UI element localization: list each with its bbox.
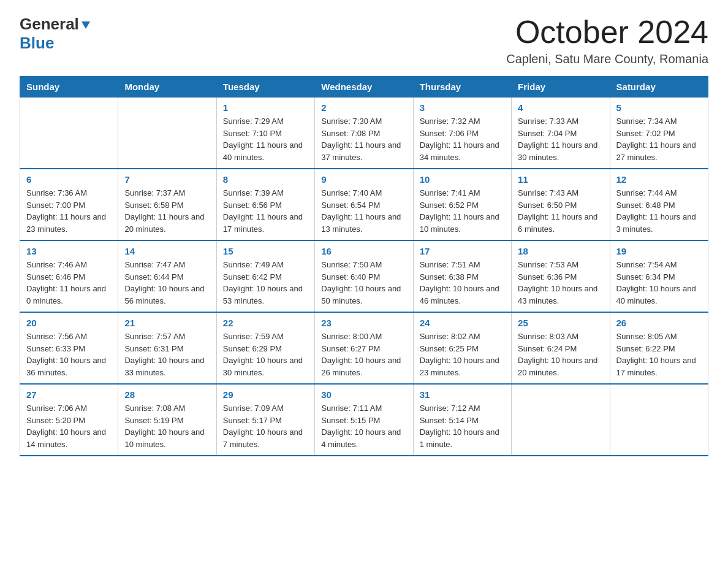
sunrise-text: Sunrise: 8:02 AM	[420, 331, 505, 343]
day-info: Sunrise: 7:44 AMSunset: 6:48 PMDaylight:…	[616, 187, 702, 235]
sunrise-text: Sunrise: 7:46 AM	[26, 259, 112, 271]
day-number: 27	[26, 389, 112, 400]
column-header-wednesday: Wednesday	[315, 77, 413, 98]
day-info: Sunrise: 7:41 AMSunset: 6:52 PMDaylight:…	[420, 187, 505, 235]
day-number: 31	[420, 389, 505, 400]
calendar-cell: 13Sunrise: 7:46 AMSunset: 6:46 PMDayligh…	[20, 240, 118, 312]
day-number: 14	[124, 246, 210, 256]
day-number: 7	[124, 174, 210, 185]
sunset-text: Sunset: 5:17 PM	[223, 415, 308, 427]
page-header: General Blue October 2024 Capleni, Satu …	[20, 15, 708, 66]
calendar-cell: 5Sunrise: 7:34 AMSunset: 7:02 PMDaylight…	[610, 98, 708, 169]
day-info: Sunrise: 7:29 AMSunset: 7:10 PMDaylight:…	[223, 115, 308, 163]
day-info: Sunrise: 7:46 AMSunset: 6:46 PMDaylight:…	[26, 259, 112, 307]
daylight-text: Daylight: 10 hours and 4 minutes.	[321, 426, 406, 450]
sunset-text: Sunset: 6:31 PM	[124, 343, 210, 355]
day-number: 1	[223, 102, 308, 113]
calendar-cell: 10Sunrise: 7:41 AMSunset: 6:52 PMDayligh…	[413, 169, 511, 240]
daylight-text: Daylight: 11 hours and 23 minutes.	[26, 211, 112, 235]
sunrise-text: Sunrise: 7:43 AM	[518, 187, 603, 199]
daylight-text: Daylight: 11 hours and 13 minutes.	[321, 211, 406, 235]
daylight-text: Daylight: 11 hours and 3 minutes.	[616, 211, 702, 235]
day-info: Sunrise: 7:32 AMSunset: 7:06 PMDaylight:…	[420, 115, 505, 163]
day-info: Sunrise: 7:33 AMSunset: 7:04 PMDaylight:…	[518, 115, 603, 163]
sunset-text: Sunset: 5:19 PM	[124, 415, 210, 427]
calendar-week-row: 1Sunrise: 7:29 AMSunset: 7:10 PMDaylight…	[20, 98, 708, 169]
day-number: 5	[616, 102, 702, 113]
sunset-text: Sunset: 6:42 PM	[223, 271, 308, 283]
sunrise-text: Sunrise: 7:29 AM	[223, 115, 308, 128]
column-header-sunday: Sunday	[20, 77, 118, 98]
calendar-cell	[118, 98, 216, 169]
calendar-table: SundayMondayTuesdayWednesdayThursdayFrid…	[20, 76, 708, 456]
day-number: 18	[518, 246, 603, 256]
sunrise-text: Sunrise: 7:40 AM	[321, 187, 406, 199]
sunset-text: Sunset: 5:15 PM	[321, 415, 406, 427]
calendar-cell: 14Sunrise: 7:47 AMSunset: 6:44 PMDayligh…	[118, 240, 216, 312]
daylight-text: Daylight: 11 hours and 40 minutes.	[223, 139, 308, 163]
calendar-cell: 2Sunrise: 7:30 AMSunset: 7:08 PMDaylight…	[315, 98, 413, 169]
logo-triangle-icon	[80, 19, 91, 30]
daylight-text: Daylight: 10 hours and 1 minute.	[420, 426, 505, 450]
calendar-cell: 21Sunrise: 7:57 AMSunset: 6:31 PMDayligh…	[118, 312, 216, 384]
sunrise-text: Sunrise: 7:44 AM	[616, 187, 702, 199]
day-info: Sunrise: 7:53 AMSunset: 6:36 PMDaylight:…	[518, 259, 603, 307]
day-info: Sunrise: 8:02 AMSunset: 6:25 PMDaylight:…	[420, 331, 505, 378]
sunrise-text: Sunrise: 7:47 AM	[124, 259, 210, 271]
column-header-thursday: Thursday	[413, 77, 511, 98]
calendar-cell: 28Sunrise: 7:08 AMSunset: 5:19 PMDayligh…	[118, 384, 216, 456]
calendar-cell: 12Sunrise: 7:44 AMSunset: 6:48 PMDayligh…	[610, 169, 708, 240]
day-info: Sunrise: 8:03 AMSunset: 6:24 PMDaylight:…	[518, 331, 603, 378]
calendar-cell: 18Sunrise: 7:53 AMSunset: 6:36 PMDayligh…	[512, 240, 610, 312]
day-info: Sunrise: 7:51 AMSunset: 6:38 PMDaylight:…	[420, 259, 505, 307]
day-info: Sunrise: 7:34 AMSunset: 7:02 PMDaylight:…	[616, 115, 702, 163]
calendar-cell	[20, 98, 118, 169]
sunrise-text: Sunrise: 7:57 AM	[124, 331, 210, 343]
sunrise-text: Sunrise: 7:49 AM	[223, 259, 308, 271]
daylight-text: Daylight: 10 hours and 14 minutes.	[26, 426, 112, 450]
sunset-text: Sunset: 6:50 PM	[518, 199, 603, 212]
sunrise-text: Sunrise: 7:39 AM	[223, 187, 308, 199]
day-number: 13	[26, 246, 112, 256]
calendar-week-row: 6Sunrise: 7:36 AMSunset: 7:00 PMDaylight…	[20, 169, 708, 240]
day-number: 12	[616, 174, 702, 185]
daylight-text: Daylight: 10 hours and 17 minutes.	[616, 354, 702, 378]
column-header-tuesday: Tuesday	[216, 77, 314, 98]
sunrise-text: Sunrise: 7:54 AM	[616, 259, 702, 271]
calendar-cell	[512, 384, 610, 456]
daylight-text: Daylight: 10 hours and 30 minutes.	[223, 354, 308, 378]
day-number: 21	[124, 318, 210, 328]
day-number: 23	[321, 318, 406, 328]
sunset-text: Sunset: 7:04 PM	[518, 128, 603, 140]
sunset-text: Sunset: 6:44 PM	[124, 271, 210, 283]
calendar-cell: 20Sunrise: 7:56 AMSunset: 6:33 PMDayligh…	[20, 312, 118, 384]
logo-blue-text: Blue	[20, 34, 54, 52]
day-info: Sunrise: 7:54 AMSunset: 6:34 PMDaylight:…	[616, 259, 702, 307]
sunset-text: Sunset: 6:29 PM	[223, 343, 308, 355]
sunset-text: Sunset: 6:48 PM	[616, 199, 702, 212]
sunset-text: Sunset: 6:54 PM	[321, 199, 406, 212]
daylight-text: Daylight: 10 hours and 40 minutes.	[616, 283, 702, 307]
day-number: 4	[518, 102, 603, 113]
day-number: 30	[321, 389, 406, 400]
day-info: Sunrise: 7:12 AMSunset: 5:14 PMDaylight:…	[420, 402, 505, 450]
daylight-text: Daylight: 11 hours and 34 minutes.	[420, 139, 505, 163]
calendar-cell: 25Sunrise: 8:03 AMSunset: 6:24 PMDayligh…	[512, 312, 610, 384]
day-number: 6	[26, 174, 112, 185]
day-number: 29	[223, 389, 308, 400]
day-number: 24	[420, 318, 505, 328]
day-info: Sunrise: 7:39 AMSunset: 6:56 PMDaylight:…	[223, 187, 308, 235]
daylight-text: Daylight: 10 hours and 23 minutes.	[420, 354, 505, 378]
calendar-cell: 29Sunrise: 7:09 AMSunset: 5:17 PMDayligh…	[216, 384, 314, 456]
calendar-cell: 17Sunrise: 7:51 AMSunset: 6:38 PMDayligh…	[413, 240, 511, 312]
sunset-text: Sunset: 6:58 PM	[124, 199, 210, 212]
sunset-text: Sunset: 7:00 PM	[26, 199, 112, 212]
day-info: Sunrise: 7:50 AMSunset: 6:40 PMDaylight:…	[321, 259, 406, 307]
daylight-text: Daylight: 11 hours and 20 minutes.	[124, 211, 210, 235]
calendar-cell: 19Sunrise: 7:54 AMSunset: 6:34 PMDayligh…	[610, 240, 708, 312]
daylight-text: Daylight: 10 hours and 7 minutes.	[223, 426, 308, 450]
day-number: 19	[616, 246, 702, 256]
title-block: October 2024 Capleni, Satu Mare County, …	[506, 15, 708, 66]
calendar-cell: 24Sunrise: 8:02 AMSunset: 6:25 PMDayligh…	[413, 312, 511, 384]
day-info: Sunrise: 7:56 AMSunset: 6:33 PMDaylight:…	[26, 331, 112, 378]
